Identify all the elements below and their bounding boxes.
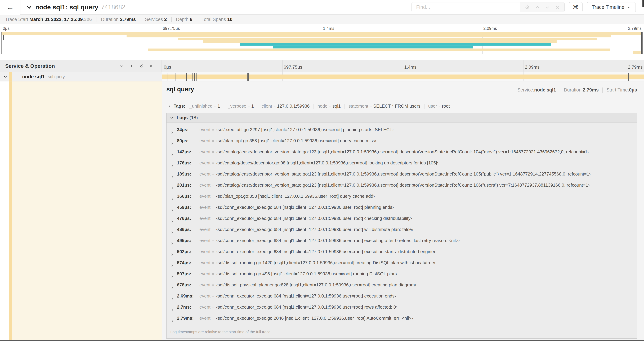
log-entry-row[interactable]: 502μs:event=‹sql/conn_executor_exec.go:6…	[166, 249, 637, 260]
log-marker-tick[interactable]	[168, 73, 168, 81]
log-marker-tick[interactable]	[192, 73, 192, 81]
log-marker-tick[interactable]	[265, 73, 265, 81]
prev-match-icon[interactable]	[535, 5, 540, 10]
chevron-right-icon	[168, 104, 171, 108]
collapse-all-deep-icon[interactable]	[139, 64, 144, 68]
span-id-row: SpanID: 4877749850101760812	[166, 338, 637, 340]
log-equals: =	[210, 250, 216, 254]
log-marker-tick[interactable]	[186, 73, 186, 81]
log-equals: =	[210, 316, 216, 321]
find-input[interactable]	[412, 3, 520, 12]
log-marker-tick[interactable]	[225, 73, 226, 81]
stat-value: 2.79ms	[120, 17, 136, 22]
scrollbar-thumb[interactable]	[642, 0, 644, 7]
log-entry-row[interactable]: 80μs:event=‹sql/plan_opt.go:358 [nsql1,c…	[166, 138, 637, 149]
log-marker-tick[interactable]	[279, 73, 279, 81]
service-color-stripe	[9, 82, 12, 340]
ruler-label: 1.4ms	[404, 65, 416, 70]
focus-match-icon[interactable]	[525, 5, 530, 10]
tag-key: statement	[348, 103, 368, 109]
timeline-minimap: 0μs697.75μs1.4ms2.09ms2.79ms	[0, 24, 644, 60]
next-match-icon[interactable]	[545, 5, 550, 10]
log-marker-tick[interactable]	[628, 73, 629, 81]
log-equals: =	[210, 139, 216, 143]
trace-view-dropdown[interactable]: Trace Timeline	[587, 2, 636, 12]
chevron-down-icon	[627, 5, 631, 9]
log-marker-tick[interactable]	[194, 73, 195, 81]
collapse-all-icon[interactable]	[120, 64, 124, 68]
log-event-value: ‹sql/plan_opt.go:358 [nsql1,client=127.0…	[216, 194, 375, 199]
collapse-trace-chevron-icon[interactable]	[26, 4, 32, 10]
clear-search-icon[interactable]	[555, 5, 560, 10]
tag-value: 1	[251, 103, 254, 109]
span-row[interactable]: node sql1 sql query	[0, 72, 644, 82]
log-entry-row[interactable]: 201μs:event=‹sql/catalog/lease/descripto…	[166, 182, 637, 194]
tag-key: node	[318, 103, 328, 109]
span-row-name-column[interactable]: node sql1 sql query	[0, 72, 162, 82]
log-marker-tick[interactable]	[627, 73, 627, 81]
log-entry-row[interactable]: 2.69ms:event=‹sql/conn_executor_exec.go:…	[166, 293, 637, 304]
stat-label: Services	[145, 17, 164, 22]
service-value: node sql1	[534, 87, 556, 93]
detail-left-gutter	[0, 82, 162, 340]
log-marker-tick[interactable]	[246, 73, 246, 81]
back-button[interactable]: ←	[0, 0, 20, 15]
tag-key: _unfinished	[190, 103, 212, 109]
log-entry-row[interactable]: 495μs:event=‹sql/conn_executor_exec.go:6…	[166, 238, 637, 249]
log-entry-row[interactable]: 574μs:event=‹sql/distsql_running.go:1420…	[166, 260, 637, 271]
minimap-axis-label: 0μs	[3, 26, 10, 31]
span-detail-header: sql query Service: node sql1 Duration: 2…	[166, 86, 637, 97]
stat-value: March 31 2022, 17:25:09	[30, 17, 83, 22]
keyboard-shortcuts-button[interactable]: ⌘	[569, 2, 582, 12]
log-entry-row[interactable]: 459μs:event=‹sql/conn_executor_exec.go:6…	[166, 205, 637, 216]
span-collapse-chevron-icon[interactable]	[3, 75, 8, 79]
log-entry-row[interactable]: 476μs:event=‹sql/conn_executor_exec.go:6…	[166, 216, 637, 227]
column-resize-grip[interactable]	[159, 67, 160, 71]
log-marker-tick[interactable]	[196, 73, 197, 81]
log-event-value: ‹sql/conn_executor_exec.go:684 [nsql1,cl…	[216, 293, 396, 299]
log-entry-row[interactable]: 366μs:event=‹sql/plan_opt.go:358 [nsql1,…	[166, 194, 637, 205]
stat-item: Duration 2.79ms	[101, 17, 136, 22]
log-entry-row[interactable]: 678μs:event=‹sql/distsql_physical_planne…	[166, 282, 637, 293]
log-marker-tick[interactable]	[247, 73, 248, 81]
log-equals: =	[210, 161, 216, 165]
expand-one-icon[interactable]	[129, 64, 134, 68]
log-marker-tick[interactable]	[176, 73, 176, 81]
log-timestamp: 495μs:	[177, 238, 196, 243]
log-event-value: ‹sql/catalog/lease/descriptor_version_st…	[216, 149, 589, 155]
log-timestamp: 678μs:	[177, 282, 196, 288]
span-duration-bar[interactable]	[162, 75, 644, 79]
log-equals: =	[210, 272, 216, 276]
log-entry-row[interactable]: 2.7ms:event=‹sql/conn_executor_exec.go:6…	[166, 304, 637, 315]
log-marker-tick[interactable]	[248, 73, 249, 81]
logs-accordion-header[interactable]: Logs (18)	[166, 113, 637, 123]
minimap-axis-labels: 0μs697.75μs1.4ms2.09ms2.79ms	[2, 24, 642, 32]
log-timestamp: 486μs:	[177, 227, 196, 232]
service-operation-title: Service & Operation	[5, 63, 55, 69]
log-marker-tick[interactable]	[241, 73, 241, 81]
minimap-right-drag-handle[interactable]	[641, 32, 642, 54]
log-entry-row[interactable]: 176μs:event=‹sql/catalog/descs/descripto…	[166, 160, 637, 171]
stat-item: Depth 6	[176, 17, 192, 22]
log-entry-row[interactable]: 486μs:event=‹sql/conn_executor_exec.go:6…	[166, 227, 637, 238]
minimap-canvas[interactable]	[2, 32, 642, 54]
log-entry-row[interactable]: 34μs:event=‹sql/exec_util.go:2297 [nsql1…	[166, 127, 637, 138]
chevron-right-icon	[170, 131, 174, 134]
span-row-timeline[interactable]	[162, 72, 644, 82]
minimap-span-bar	[240, 43, 552, 46]
log-entry-row[interactable]: 142μs:event=‹sql/catalog/lease/descripto…	[166, 149, 637, 160]
expand-all-deep-icon[interactable]	[149, 64, 153, 68]
span-service-name: node sql1	[22, 74, 45, 80]
log-marker-tick[interactable]	[261, 73, 261, 81]
log-event-value: ‹sql/plan_opt.go:358 [nsql1,client=127.0…	[216, 138, 376, 143]
log-field-key: event	[200, 171, 210, 177]
log-entry-row[interactable]: 597μs:event=‹sql/distsql_running.go:498 …	[166, 271, 637, 282]
service-label: Service:	[517, 87, 534, 93]
tags-accordion[interactable]: Tags: _unfinished=1_verbose=1client=127.…	[166, 103, 637, 109]
log-entry-row[interactable]: 2.79ms:event=‹sql/conn_executor_exec.go:…	[166, 315, 637, 327]
log-marker-tick[interactable]	[244, 73, 244, 81]
ruler-gridline	[524, 60, 524, 72]
log-entry-row[interactable]: 189μs:event=‹sql/catalog/lease/descripto…	[166, 171, 637, 182]
tag-value: 1	[218, 103, 220, 109]
find-box	[412, 2, 564, 12]
